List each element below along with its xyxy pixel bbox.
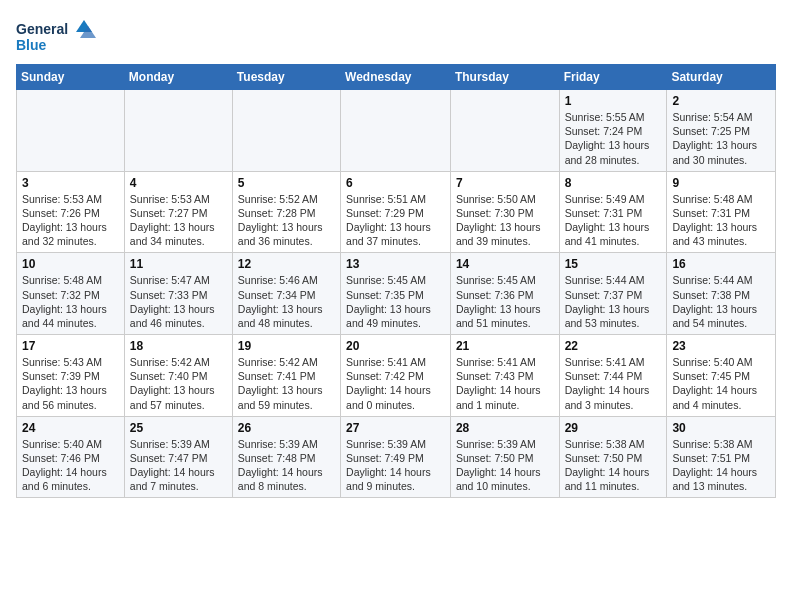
day-info: Sunrise: 5:45 AM Sunset: 7:36 PM Dayligh… (456, 273, 554, 330)
day-cell: 24Sunrise: 5:40 AM Sunset: 7:46 PM Dayli… (17, 416, 125, 498)
day-number: 23 (672, 339, 770, 353)
day-cell: 18Sunrise: 5:42 AM Sunset: 7:40 PM Dayli… (124, 335, 232, 417)
day-cell: 4Sunrise: 5:53 AM Sunset: 7:27 PM Daylig… (124, 171, 232, 253)
weekday-header-thursday: Thursday (450, 65, 559, 90)
day-cell: 28Sunrise: 5:39 AM Sunset: 7:50 PM Dayli… (450, 416, 559, 498)
day-cell: 20Sunrise: 5:41 AM Sunset: 7:42 PM Dayli… (341, 335, 451, 417)
header: General Blue (16, 16, 776, 60)
day-cell: 22Sunrise: 5:41 AM Sunset: 7:44 PM Dayli… (559, 335, 667, 417)
day-cell: 5Sunrise: 5:52 AM Sunset: 7:28 PM Daylig… (232, 171, 340, 253)
day-info: Sunrise: 5:49 AM Sunset: 7:31 PM Dayligh… (565, 192, 662, 249)
day-number: 21 (456, 339, 554, 353)
week-row-2: 3Sunrise: 5:53 AM Sunset: 7:26 PM Daylig… (17, 171, 776, 253)
day-number: 13 (346, 257, 445, 271)
week-row-3: 10Sunrise: 5:48 AM Sunset: 7:32 PM Dayli… (17, 253, 776, 335)
day-info: Sunrise: 5:42 AM Sunset: 7:40 PM Dayligh… (130, 355, 227, 412)
day-number: 28 (456, 421, 554, 435)
day-info: Sunrise: 5:51 AM Sunset: 7:29 PM Dayligh… (346, 192, 445, 249)
weekday-header-monday: Monday (124, 65, 232, 90)
day-info: Sunrise: 5:48 AM Sunset: 7:31 PM Dayligh… (672, 192, 770, 249)
day-cell (17, 90, 125, 172)
day-number: 24 (22, 421, 119, 435)
day-cell: 26Sunrise: 5:39 AM Sunset: 7:48 PM Dayli… (232, 416, 340, 498)
day-cell: 8Sunrise: 5:49 AM Sunset: 7:31 PM Daylig… (559, 171, 667, 253)
day-number: 12 (238, 257, 335, 271)
day-number: 8 (565, 176, 662, 190)
day-number: 7 (456, 176, 554, 190)
weekday-header-row: SundayMondayTuesdayWednesdayThursdayFrid… (17, 65, 776, 90)
day-cell: 3Sunrise: 5:53 AM Sunset: 7:26 PM Daylig… (17, 171, 125, 253)
day-number: 27 (346, 421, 445, 435)
day-info: Sunrise: 5:38 AM Sunset: 7:50 PM Dayligh… (565, 437, 662, 494)
day-number: 3 (22, 176, 119, 190)
day-number: 20 (346, 339, 445, 353)
day-cell (450, 90, 559, 172)
day-number: 18 (130, 339, 227, 353)
day-number: 14 (456, 257, 554, 271)
day-info: Sunrise: 5:39 AM Sunset: 7:47 PM Dayligh… (130, 437, 227, 494)
day-info: Sunrise: 5:44 AM Sunset: 7:38 PM Dayligh… (672, 273, 770, 330)
day-info: Sunrise: 5:39 AM Sunset: 7:50 PM Dayligh… (456, 437, 554, 494)
day-number: 15 (565, 257, 662, 271)
weekday-header-sunday: Sunday (17, 65, 125, 90)
day-number: 9 (672, 176, 770, 190)
day-cell: 17Sunrise: 5:43 AM Sunset: 7:39 PM Dayli… (17, 335, 125, 417)
logo-svg: General Blue (16, 16, 96, 60)
weekday-header-saturday: Saturday (667, 65, 776, 90)
day-number: 10 (22, 257, 119, 271)
day-cell: 15Sunrise: 5:44 AM Sunset: 7:37 PM Dayli… (559, 253, 667, 335)
day-number: 5 (238, 176, 335, 190)
day-cell (341, 90, 451, 172)
day-info: Sunrise: 5:42 AM Sunset: 7:41 PM Dayligh… (238, 355, 335, 412)
day-cell: 29Sunrise: 5:38 AM Sunset: 7:50 PM Dayli… (559, 416, 667, 498)
day-number: 4 (130, 176, 227, 190)
day-number: 11 (130, 257, 227, 271)
day-info: Sunrise: 5:41 AM Sunset: 7:42 PM Dayligh… (346, 355, 445, 412)
day-number: 29 (565, 421, 662, 435)
day-cell (124, 90, 232, 172)
weekday-header-friday: Friday (559, 65, 667, 90)
day-info: Sunrise: 5:53 AM Sunset: 7:27 PM Dayligh… (130, 192, 227, 249)
day-number: 1 (565, 94, 662, 108)
day-cell: 1Sunrise: 5:55 AM Sunset: 7:24 PM Daylig… (559, 90, 667, 172)
day-info: Sunrise: 5:47 AM Sunset: 7:33 PM Dayligh… (130, 273, 227, 330)
week-row-4: 17Sunrise: 5:43 AM Sunset: 7:39 PM Dayli… (17, 335, 776, 417)
day-cell: 7Sunrise: 5:50 AM Sunset: 7:30 PM Daylig… (450, 171, 559, 253)
day-cell (232, 90, 340, 172)
day-cell: 25Sunrise: 5:39 AM Sunset: 7:47 PM Dayli… (124, 416, 232, 498)
day-info: Sunrise: 5:50 AM Sunset: 7:30 PM Dayligh… (456, 192, 554, 249)
day-cell: 30Sunrise: 5:38 AM Sunset: 7:51 PM Dayli… (667, 416, 776, 498)
day-cell: 16Sunrise: 5:44 AM Sunset: 7:38 PM Dayli… (667, 253, 776, 335)
day-number: 30 (672, 421, 770, 435)
weekday-header-wednesday: Wednesday (341, 65, 451, 90)
day-cell: 21Sunrise: 5:41 AM Sunset: 7:43 PM Dayli… (450, 335, 559, 417)
day-info: Sunrise: 5:40 AM Sunset: 7:46 PM Dayligh… (22, 437, 119, 494)
day-info: Sunrise: 5:45 AM Sunset: 7:35 PM Dayligh… (346, 273, 445, 330)
day-info: Sunrise: 5:46 AM Sunset: 7:34 PM Dayligh… (238, 273, 335, 330)
day-info: Sunrise: 5:44 AM Sunset: 7:37 PM Dayligh… (565, 273, 662, 330)
day-cell: 13Sunrise: 5:45 AM Sunset: 7:35 PM Dayli… (341, 253, 451, 335)
day-cell: 23Sunrise: 5:40 AM Sunset: 7:45 PM Dayli… (667, 335, 776, 417)
week-row-5: 24Sunrise: 5:40 AM Sunset: 7:46 PM Dayli… (17, 416, 776, 498)
day-number: 19 (238, 339, 335, 353)
day-info: Sunrise: 5:54 AM Sunset: 7:25 PM Dayligh… (672, 110, 770, 167)
day-info: Sunrise: 5:48 AM Sunset: 7:32 PM Dayligh… (22, 273, 119, 330)
day-cell: 12Sunrise: 5:46 AM Sunset: 7:34 PM Dayli… (232, 253, 340, 335)
day-cell: 10Sunrise: 5:48 AM Sunset: 7:32 PM Dayli… (17, 253, 125, 335)
day-info: Sunrise: 5:41 AM Sunset: 7:44 PM Dayligh… (565, 355, 662, 412)
day-number: 6 (346, 176, 445, 190)
day-number: 22 (565, 339, 662, 353)
weekday-header-tuesday: Tuesday (232, 65, 340, 90)
day-cell: 11Sunrise: 5:47 AM Sunset: 7:33 PM Dayli… (124, 253, 232, 335)
day-info: Sunrise: 5:38 AM Sunset: 7:51 PM Dayligh… (672, 437, 770, 494)
day-number: 26 (238, 421, 335, 435)
day-cell: 19Sunrise: 5:42 AM Sunset: 7:41 PM Dayli… (232, 335, 340, 417)
day-cell: 2Sunrise: 5:54 AM Sunset: 7:25 PM Daylig… (667, 90, 776, 172)
day-info: Sunrise: 5:39 AM Sunset: 7:48 PM Dayligh… (238, 437, 335, 494)
day-number: 16 (672, 257, 770, 271)
day-cell: 9Sunrise: 5:48 AM Sunset: 7:31 PM Daylig… (667, 171, 776, 253)
logo: General Blue (16, 16, 96, 60)
calendar-table: SundayMondayTuesdayWednesdayThursdayFrid… (16, 64, 776, 498)
day-cell: 14Sunrise: 5:45 AM Sunset: 7:36 PM Dayli… (450, 253, 559, 335)
day-cell: 27Sunrise: 5:39 AM Sunset: 7:49 PM Dayli… (341, 416, 451, 498)
